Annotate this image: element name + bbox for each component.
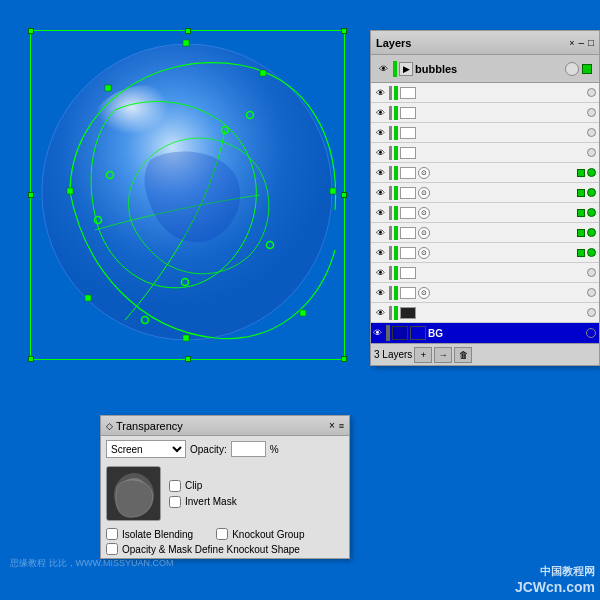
- group-name: bubbles: [415, 63, 565, 75]
- group-eye-icon[interactable]: 👁: [375, 61, 391, 77]
- row-thumb: [400, 107, 416, 119]
- clip-checkbox[interactable]: [169, 480, 181, 492]
- layer-row[interactable]: 👁 ⊙: [371, 163, 599, 183]
- layer-row[interactable]: 👁: [371, 263, 599, 283]
- row-lock-strip: [389, 86, 392, 100]
- row-eye-icon[interactable]: 👁: [373, 286, 387, 300]
- row-thumb: [400, 147, 416, 159]
- row-thumb: [400, 187, 416, 199]
- row-lock-strip: [389, 166, 392, 180]
- bg-label: BG: [428, 328, 586, 339]
- opacity-pct-label: %: [270, 444, 279, 455]
- layers-tab-close[interactable]: ×: [569, 38, 574, 48]
- row-dot: [587, 268, 596, 277]
- row-color-strip: [394, 146, 398, 160]
- transparency-diamond-icon: ◇: [106, 421, 113, 431]
- row-lock-strip: [389, 106, 392, 120]
- delete-layer-btn[interactable]: 🗑: [454, 347, 472, 363]
- row-dot: [587, 148, 596, 157]
- opacity-input[interactable]: [231, 441, 266, 457]
- row-color-strip: [394, 186, 398, 200]
- isolate-blending-checkbox[interactable]: [106, 528, 118, 540]
- layers-minimize[interactable]: –: [578, 37, 584, 48]
- bg-thumb: [392, 326, 408, 340]
- row-thumb: [400, 127, 416, 139]
- bg-color-strip: [386, 325, 390, 341]
- row-color-strip: [394, 166, 398, 180]
- layer-row[interactable]: 👁 ⊙: [371, 243, 599, 263]
- row-thumb: [400, 267, 416, 279]
- layer-row[interactable]: 👁: [371, 303, 599, 323]
- opacity-define-label: Opacity & Mask Define Knockout Shape: [122, 544, 300, 555]
- row-thumb: [400, 227, 416, 239]
- invert-mask-row: Invert Mask: [169, 496, 237, 508]
- row-eye-icon[interactable]: 👁: [373, 86, 387, 100]
- watermark-cn: 思缘教程 比比，WWW.MISSYUAN.COM: [10, 557, 174, 570]
- svg-rect-6: [105, 85, 111, 91]
- layer-row[interactable]: 👁 ⊙: [371, 283, 599, 303]
- row-color-strip: [394, 286, 398, 300]
- row-lock-strip: [389, 266, 392, 280]
- row-eye-icon[interactable]: 👁: [373, 126, 387, 140]
- row-lock-strip: [389, 126, 392, 140]
- transparency-title-bar: ◇ Transparency × ≡: [101, 416, 349, 436]
- knockout-group-checkbox[interactable]: [216, 528, 228, 540]
- row-eye-icon[interactable]: 👁: [373, 146, 387, 160]
- clip-row: Clip: [169, 480, 237, 492]
- row-eye-icon[interactable]: 👁: [373, 166, 387, 180]
- row-color-strip: [394, 266, 398, 280]
- transparency-menu-btn[interactable]: ≡: [339, 421, 344, 431]
- layers-group-row[interactable]: 👁 ▶ bubbles: [371, 55, 599, 83]
- svg-rect-8: [300, 310, 306, 316]
- row-lock-strip: [389, 206, 392, 220]
- row-dot: [587, 308, 596, 317]
- transparency-title: Transparency: [116, 420, 329, 432]
- layer-row[interactable]: 👁: [371, 83, 599, 103]
- move-layer-btn[interactable]: →: [434, 347, 452, 363]
- row-lock-strip: [389, 226, 392, 240]
- blend-mode-select[interactable]: Screen Normal Multiply Overlay: [106, 440, 186, 458]
- bg-row[interactable]: 👁 BG: [371, 323, 599, 343]
- row-eye-icon[interactable]: 👁: [373, 306, 387, 320]
- row-eye-icon[interactable]: 👁: [373, 206, 387, 220]
- bg-eye-icon[interactable]: 👁: [373, 328, 382, 338]
- opacity-define-row: Opacity & Mask Define Knockout Shape: [106, 543, 344, 555]
- row-color-strip: [394, 106, 398, 120]
- row-color-strip: [394, 246, 398, 260]
- row-thumb: [400, 167, 416, 179]
- row-dot: [587, 128, 596, 137]
- isolate-blending-row: Isolate Blending Knockout Group: [106, 528, 344, 540]
- invert-mask-checkbox[interactable]: [169, 496, 181, 508]
- opacity-define-checkbox[interactable]: [106, 543, 118, 555]
- row-eye-icon[interactable]: 👁: [373, 266, 387, 280]
- row-lock-strip: [389, 146, 392, 160]
- row-eye-icon[interactable]: 👁: [373, 246, 387, 260]
- svg-rect-7: [260, 70, 266, 76]
- row-lock-strip: [389, 246, 392, 260]
- svg-rect-5: [183, 335, 189, 341]
- knockout-group-label: Knockout Group: [232, 529, 304, 540]
- layer-row[interactable]: 👁: [371, 103, 599, 123]
- layer-row[interactable]: 👁 ⊙: [371, 223, 599, 243]
- layer-row[interactable]: 👁 ⊙: [371, 203, 599, 223]
- svg-rect-4: [330, 188, 336, 194]
- row-dot: [587, 288, 596, 297]
- layer-row[interactable]: 👁 ⊙: [371, 183, 599, 203]
- layers-title-bar: Layers × – □: [371, 31, 599, 55]
- layer-row[interactable]: 👁: [371, 143, 599, 163]
- row-lock-strip: [389, 186, 392, 200]
- layers-restore[interactable]: □: [588, 37, 594, 48]
- row-eye-icon[interactable]: 👁: [373, 186, 387, 200]
- group-green-square: [582, 64, 592, 74]
- transparency-tab-close[interactable]: ×: [329, 420, 335, 431]
- layer-row[interactable]: 👁: [371, 123, 599, 143]
- new-layer-btn[interactable]: +: [414, 347, 432, 363]
- layers-panel: Layers × – □ 👁 ▶ bubbles 👁 👁 👁: [370, 30, 600, 366]
- row-eye-icon[interactable]: 👁: [373, 226, 387, 240]
- row-thumb: [400, 87, 416, 99]
- row-eye-icon[interactable]: 👁: [373, 106, 387, 120]
- group-expand-icon[interactable]: ▶: [399, 62, 413, 76]
- row-dot: [587, 88, 596, 97]
- svg-rect-2: [67, 188, 73, 194]
- row-thumb: [400, 307, 416, 319]
